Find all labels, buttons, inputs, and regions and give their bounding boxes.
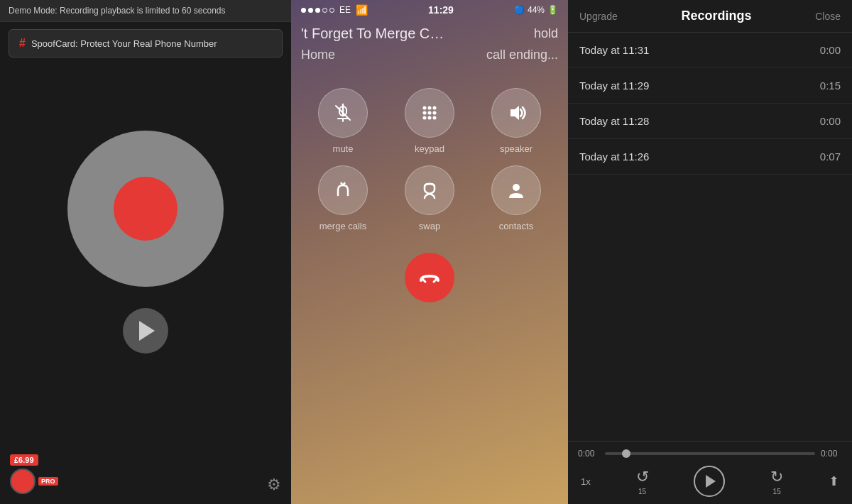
svg-point-7: [433, 106, 437, 110]
battery-area: 🔵 44% 🔋: [514, 5, 558, 15]
call-header: 't Forget To Merge C… hold Home call end…: [291, 20, 568, 67]
gear-icon[interactable]: ⚙: [267, 476, 281, 494]
play-button[interactable]: [123, 308, 168, 354]
speaker-button[interactable]: speaker: [479, 88, 554, 154]
speaker-label: speaker: [500, 143, 532, 154]
left-panel: Demo Mode: Recording playback is limited…: [0, 0, 291, 504]
bottom-left-bar: £6.99 PRO ⚙: [0, 447, 291, 504]
merge-icon-circle: [318, 165, 368, 215]
mute-label: mute: [333, 143, 354, 154]
recording-time-3: Today at 11:26: [579, 150, 649, 163]
carrier-label: EE: [339, 5, 351, 15]
recordings-list: Today at 11:31 0:00 Today at 11:29 0:15 …: [568, 33, 852, 441]
recording-duration-0: 0:00: [820, 44, 841, 56]
pro-badge-area: £6.99 PRO: [10, 454, 58, 494]
swap-label: swap: [419, 221, 440, 231]
mute-icon-circle: [318, 88, 368, 138]
battery-icon: 🔋: [547, 5, 558, 15]
progress-thumb[interactable]: [622, 449, 630, 458]
phone-content: EE 📶 11:29 🔵 44% 🔋 't Forget To Merge C……: [291, 0, 568, 504]
playback-play-button[interactable]: [694, 466, 725, 497]
rewind-button[interactable]: ↺ 15: [636, 468, 649, 495]
contacts-button[interactable]: contacts: [479, 165, 554, 231]
contacts-label: contacts: [499, 221, 533, 231]
signal-dot-3: [315, 8, 320, 13]
signal-dot-5: [329, 8, 334, 13]
call-ending-label: call ending...: [486, 48, 558, 62]
rewind-label: 15: [638, 488, 646, 495]
recording-item[interactable]: Today at 11:29 0:15: [568, 68, 852, 104]
pro-label: PRO: [38, 477, 58, 486]
speaker-icon-circle: [491, 88, 541, 138]
middle-panel: EE 📶 11:29 🔵 44% 🔋 't Forget To Merge C……: [291, 0, 568, 504]
recording-duration-1: 0:15: [820, 80, 841, 92]
merge-calls-button[interactable]: merge calls: [305, 165, 381, 231]
keypad-label: keypad: [415, 143, 444, 154]
svg-point-9: [428, 111, 432, 115]
contacts-icon-circle: [491, 165, 541, 215]
signal-dot-4: [322, 8, 327, 13]
recordings-title: Recordings: [681, 9, 751, 23]
end-time-label: 0:00: [821, 449, 842, 459]
recordings-header: Upgrade Recordings Close: [568, 0, 852, 33]
playback-controls: 1x ↺ 15 ↻ 15 ⬆: [578, 466, 842, 497]
recording-duration-2: 0:00: [820, 115, 841, 127]
signal-area: EE 📶: [301, 4, 368, 16]
recording-item[interactable]: Today at 11:31 0:00: [568, 33, 852, 68]
signal-dot-2: [308, 8, 313, 13]
recording-item[interactable]: Today at 11:26 0:07: [568, 139, 852, 175]
progress-track[interactable]: [605, 452, 815, 455]
keypad-button[interactable]: keypad: [392, 88, 467, 154]
home-label: Home: [301, 48, 335, 62]
upgrade-button[interactable]: Upgrade: [579, 11, 618, 22]
svg-line-19: [434, 279, 437, 282]
close-button[interactable]: Close: [815, 11, 841, 22]
swap-button[interactable]: swap: [392, 165, 467, 231]
svg-point-13: [433, 116, 437, 120]
battery-percent: 44%: [528, 5, 545, 15]
recording-duration-3: 0:07: [820, 150, 841, 163]
svg-point-11: [423, 116, 427, 120]
record-small-icon: [10, 469, 36, 494]
record-button[interactable]: [67, 131, 224, 287]
svg-line-18: [422, 279, 425, 282]
right-panel: Upgrade Recordings Close Today at 11:31 …: [568, 0, 852, 504]
price-tag[interactable]: £6.99: [10, 454, 38, 466]
playback-bar: 0:00 0:00 1x ↺ 15 ↻ 15 ⬆: [568, 441, 852, 504]
wifi-icon: 📶: [356, 4, 368, 16]
call-controls-grid: mute keypad: [291, 67, 568, 239]
merge-calls-label: merge calls: [320, 221, 366, 231]
speed-button[interactable]: 1x: [581, 476, 591, 487]
bluetooth-icon: 🔵: [514, 5, 525, 15]
clock: 11:29: [428, 4, 454, 16]
call-title: 't Forget To Merge C…: [301, 26, 444, 42]
mute-button[interactable]: mute: [305, 88, 381, 154]
forward-button[interactable]: ↻ 15: [770, 468, 783, 495]
playback-play-icon: [706, 475, 716, 488]
recording-time-1: Today at 11:29: [579, 80, 649, 92]
svg-point-10: [433, 111, 437, 115]
signal-dot-1: [301, 8, 306, 13]
svg-marker-14: [510, 106, 519, 120]
recording-time-0: Today at 11:31: [579, 44, 649, 56]
hold-label: hold: [534, 26, 558, 41]
demo-banner: Demo Mode: Recording playback is limited…: [0, 0, 291, 22]
hash-icon: #: [19, 37, 26, 50]
svg-point-8: [423, 111, 427, 115]
end-call-button[interactable]: [405, 253, 454, 302]
record-area: [67, 36, 224, 447]
keypad-icon-circle: [405, 88, 454, 138]
current-time-label: 0:00: [578, 449, 599, 459]
record-dot: [114, 177, 178, 241]
forward-label: 15: [773, 488, 781, 495]
svg-point-6: [428, 106, 432, 110]
swap-icon-circle: [405, 165, 454, 215]
recording-item[interactable]: Today at 11:28 0:00: [568, 104, 852, 139]
svg-point-12: [428, 116, 432, 120]
playback-progress: 0:00 0:00: [578, 449, 842, 459]
status-bar: EE 📶 11:29 🔵 44% 🔋: [291, 0, 568, 20]
svg-point-5: [423, 106, 427, 110]
share-button[interactable]: ⬆: [829, 473, 839, 489]
recording-time-2: Today at 11:28: [579, 115, 649, 127]
svg-point-17: [513, 184, 520, 191]
